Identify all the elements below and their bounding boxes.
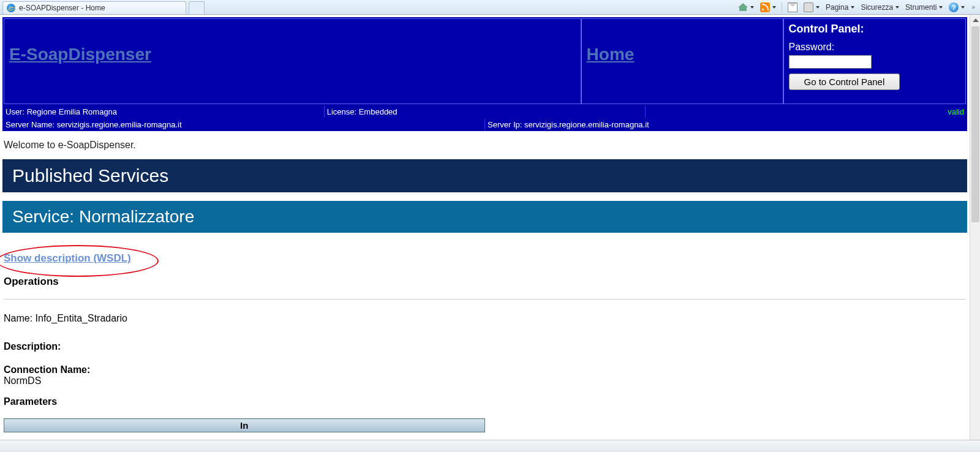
- ie-icon: [7, 4, 15, 12]
- rss-button[interactable]: [758, 2, 778, 13]
- tab-title: e-SOAPDispenser - Home: [19, 4, 105, 12]
- separator: [782, 2, 782, 12]
- home-link[interactable]: Home: [587, 45, 635, 64]
- info-row-2: Server Name: servizigis.regione.emilia-r…: [2, 118, 967, 131]
- home-cell: Home: [581, 18, 783, 104]
- goto-control-panel-button[interactable]: Go to Control Panel: [789, 73, 900, 90]
- help-icon: ?: [949, 2, 959, 12]
- password-input[interactable]: [789, 55, 872, 69]
- chevron-down-icon: [939, 6, 943, 9]
- description-label: Description:: [4, 341, 966, 352]
- control-panel-title: Control Panel:: [789, 23, 960, 36]
- rss-icon: [760, 2, 770, 12]
- chevron-down-icon: [961, 6, 965, 9]
- user-cell: User: Regione Emilia Romagna: [3, 106, 325, 118]
- status-bar: [0, 440, 980, 452]
- op-name-label: Name: [4, 313, 30, 323]
- chevron-down-icon: [851, 6, 854, 9]
- scroll-thumb[interactable]: [971, 26, 979, 222]
- app-header: E-SoapDispenser Home Control Panel: Pass…: [2, 17, 967, 105]
- service-content: Show description (WSDL) Operations Name:…: [2, 233, 967, 432]
- parameters-label: Parameters: [4, 396, 966, 407]
- scroll-up-button[interactable]: [970, 15, 980, 25]
- operations-heading: Operations: [4, 276, 966, 288]
- browser-toolbar: Pagina Sicurezza Strumenti ? »: [736, 0, 980, 14]
- sicurezza-menu[interactable]: Sicurezza: [859, 2, 901, 12]
- op-name-value: Info_Entita_Stradario: [36, 313, 127, 323]
- chevron-down-icon: [895, 6, 899, 9]
- home-icon: [738, 2, 748, 12]
- service-header: Service: Normalizzatore: [2, 201, 967, 233]
- chevron-down-icon: [750, 6, 754, 9]
- control-panel-cell: Control Panel: Password: Go to Control P…: [783, 18, 966, 104]
- strumenti-menu[interactable]: Strumenti: [903, 2, 944, 12]
- connection-name-value: NormDS: [4, 375, 966, 386]
- brand-link[interactable]: E-SoapDispenser: [9, 45, 151, 64]
- chevron-down-icon: [772, 6, 776, 9]
- parameters-table: In: [4, 418, 485, 432]
- sicurezza-label: Sicurezza: [861, 3, 893, 12]
- connection-name-label: Connection Name:: [4, 364, 966, 375]
- separator-line: [4, 299, 966, 299]
- new-tab-button[interactable]: [189, 1, 205, 14]
- home-button[interactable]: [736, 2, 756, 13]
- mail-icon: [788, 2, 797, 12]
- server-ip-cell: Server Ip: servizigis.regione.emilia-rom…: [485, 119, 967, 130]
- pagina-menu[interactable]: Pagina: [824, 2, 856, 12]
- pagina-label: Pagina: [826, 3, 848, 12]
- brand-cell: E-SoapDispenser: [4, 18, 581, 104]
- published-services-header: Published Services: [2, 159, 967, 192]
- show-wsdl-link[interactable]: Show description (WSDL): [4, 252, 131, 265]
- server-name-cell: Server Name: servizigis.regione.emilia-r…: [3, 119, 485, 130]
- browser-tab-bar: e-SOAPDispenser - Home Pagina Sicurezza …: [0, 0, 980, 15]
- vertical-scrollbar[interactable]: [970, 15, 980, 452]
- help-button[interactable]: ?: [947, 2, 967, 13]
- chevron-down-icon: [816, 6, 820, 9]
- strumenti-label: Strumenti: [905, 3, 937, 12]
- license-cell: License: Embedded: [325, 106, 646, 118]
- page-content: E-SoapDispenser Home Control Panel: Pass…: [0, 15, 970, 452]
- welcome-text: Welcome to e-SoapDispenser.: [2, 131, 967, 159]
- print-icon: [804, 2, 813, 12]
- overflow-icon[interactable]: »: [971, 4, 975, 10]
- browser-tab-active[interactable]: e-SOAPDispenser - Home: [2, 1, 186, 14]
- valid-cell: valid: [646, 106, 967, 118]
- mail-button[interactable]: [786, 2, 799, 13]
- print-button[interactable]: [802, 2, 821, 13]
- info-row-1: User: Regione Emilia Romagna License: Em…: [2, 105, 967, 118]
- password-label: Password:: [789, 42, 960, 53]
- in-column-header: In: [4, 419, 485, 432]
